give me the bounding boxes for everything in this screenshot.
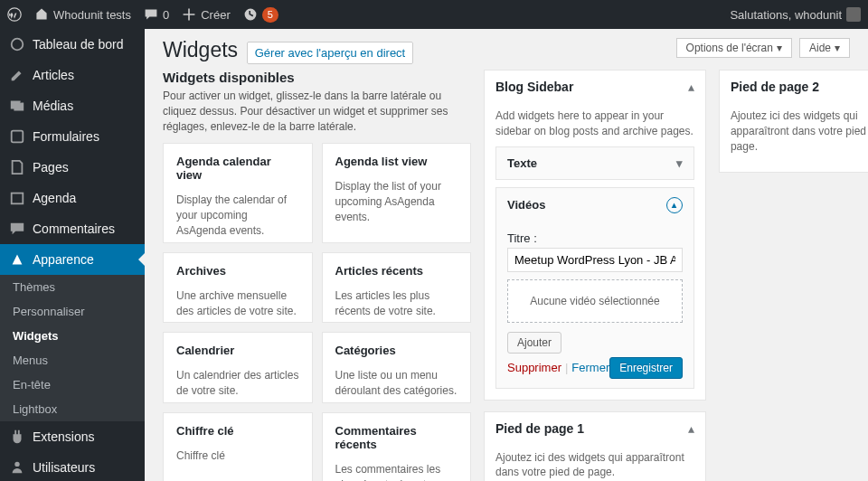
blog-sidebar-area: Blog Sidebar ▴ Add widgets here to appea… xyxy=(484,70,706,401)
available-widget[interactable]: Agenda list viewDisplay the list of your… xyxy=(322,143,472,242)
submenu-menus[interactable]: Menus xyxy=(0,348,145,373)
avatar xyxy=(846,7,861,22)
help-button[interactable]: Aide ▾ xyxy=(799,38,850,58)
chevron-up-icon: ▴ xyxy=(688,80,694,94)
available-widget-desc: Display the calendar of your upcoming As… xyxy=(164,193,312,241)
new-content-label: Créer xyxy=(201,8,231,22)
comments-count: 0 xyxy=(163,8,169,22)
menu-forms[interactable]: Formulaires xyxy=(0,121,145,152)
site-name[interactable]: Whodunit tests xyxy=(34,7,131,22)
screen-options-button[interactable]: Options de l'écran ▾ xyxy=(676,38,792,58)
menu-posts-label: Articles xyxy=(33,68,74,82)
add-video-button[interactable]: Ajouter xyxy=(507,332,561,354)
footer1-area: Pied de page 1 ▴ Ajoutez ici des widgets… xyxy=(484,411,706,481)
comments-bubble[interactable]: 0 xyxy=(144,7,169,22)
menu-comments[interactable]: Commentaires xyxy=(0,213,145,244)
wp-logo[interactable] xyxy=(7,7,22,22)
live-preview-link[interactable]: Gérer avec l'aperçu en direct xyxy=(247,42,414,64)
widget-text-title: Texte xyxy=(507,156,537,170)
available-widget-title: Catégories xyxy=(323,333,471,368)
close-link[interactable]: Fermer xyxy=(571,361,609,374)
submenu-widgets[interactable]: Widgets xyxy=(0,324,145,348)
footer1-head[interactable]: Pied de page 1 ▴ xyxy=(485,412,705,445)
video-title-input[interactable] xyxy=(507,248,683,272)
available-widget[interactable]: Commentaires récentsLes commentaires les… xyxy=(322,412,472,481)
submenu-lightbox[interactable]: Lightbox xyxy=(0,397,145,421)
widget-video-title: Vidéos xyxy=(507,198,545,212)
menu-appearance-label: Apparence xyxy=(33,252,94,267)
admin-menu: Tableau de bord Articles Médias Formulai… xyxy=(0,29,145,481)
widget-text: Texte▾ xyxy=(495,146,694,180)
svg-rect-2 xyxy=(12,131,24,143)
menu-users-label: Utilisateurs xyxy=(33,460,95,475)
available-widget-desc: Les articles les plus récents de votre s… xyxy=(323,288,471,323)
available-widget-title: Commentaires récents xyxy=(323,413,471,462)
available-widget[interactable]: ArchivesUne archive mensuelle des articl… xyxy=(163,252,313,324)
available-widget-title: Agenda calendar view xyxy=(164,144,312,193)
menu-users[interactable]: Utilisateurs xyxy=(0,452,145,481)
footer2-head[interactable]: Pied de page 2 ▴ xyxy=(720,71,868,103)
available-widget[interactable]: Articles récentsLes articles les plus ré… xyxy=(322,252,472,324)
menu-dashboard[interactable]: Tableau de bord xyxy=(0,29,145,60)
available-widget-title: Agenda list view xyxy=(323,144,471,179)
available-widget-desc: Chiffre clé xyxy=(164,448,312,467)
video-title-label: Titre : xyxy=(507,231,537,245)
footer1-desc: Ajoutez ici des widgets qui apparaîtront… xyxy=(495,450,694,481)
blog-sidebar-desc: Add widgets here to appear in your sideb… xyxy=(495,108,694,139)
user-greeting[interactable]: Salutations, whodunit xyxy=(730,7,861,22)
available-widget[interactable]: Agenda calendar viewDisplay the calendar… xyxy=(163,143,313,242)
available-widget-desc: Display the list of your upcoming AsAgen… xyxy=(323,179,471,228)
appearance-submenu: Thèmes Personnaliser Widgets Menus En-tê… xyxy=(0,275,145,421)
widget-video-head[interactable]: Vidéos▴ xyxy=(496,188,693,222)
widget-text-head[interactable]: Texte▾ xyxy=(496,147,693,179)
svg-point-4 xyxy=(14,462,19,467)
chevron-down-icon: ▾ xyxy=(777,42,782,54)
menu-media[interactable]: Médias xyxy=(0,90,145,121)
save-button[interactable]: Enregistrer xyxy=(609,357,683,379)
available-title: Widgets disponibles xyxy=(163,70,471,85)
blog-sidebar-head[interactable]: Blog Sidebar ▴ xyxy=(485,71,705,103)
menu-agenda[interactable]: Agenda xyxy=(0,183,145,213)
updates-count: 5 xyxy=(262,7,278,23)
menu-comments-label: Commentaires xyxy=(33,222,115,236)
available-widget-title: Chiffre clé xyxy=(164,413,312,448)
greeting-label: Salutations, whodunit xyxy=(730,8,842,22)
available-widget-title: Articles récents xyxy=(323,253,471,288)
submenu-customize[interactable]: Personnaliser xyxy=(0,299,145,324)
menu-pages-label: Pages xyxy=(33,160,69,174)
svg-rect-3 xyxy=(12,193,24,204)
screen-options-label: Options de l'écran xyxy=(686,42,773,54)
menu-forms-label: Formulaires xyxy=(33,129,99,144)
menu-pages[interactable]: Pages xyxy=(0,152,145,183)
available-widgets-column: Widgets disponibles Pour activer un widg… xyxy=(163,70,471,481)
menu-agenda-label: Agenda xyxy=(33,191,76,205)
chevron-up-icon: ▴ xyxy=(688,421,694,436)
menu-posts[interactable]: Articles xyxy=(0,60,145,90)
chevron-down-icon: ▾ xyxy=(835,42,840,54)
updates-bubble[interactable]: 5 xyxy=(243,7,278,23)
footer2-area: Pied de page 2 ▴ Ajoutez ici des widgets… xyxy=(719,70,868,173)
available-widget[interactable]: CatégoriesUne liste ou un menu déroulant… xyxy=(322,332,472,403)
video-dropzone[interactable]: Aucune vidéo sélectionnée xyxy=(507,279,683,323)
admin-toolbar: Whodunit tests 0 Créer 5 Salutations, wh… xyxy=(0,0,868,29)
available-widget[interactable]: CalendrierUn calendrier des articles de … xyxy=(163,332,313,403)
available-widget-desc: Les commentaires les plus récents de vot… xyxy=(323,462,471,481)
footer2-title: Pied de page 2 xyxy=(731,80,819,94)
collapse-toggle-icon[interactable]: ▴ xyxy=(666,197,683,213)
available-widget[interactable]: Chiffre cléChiffre clé xyxy=(163,412,313,481)
submenu-themes[interactable]: Thèmes xyxy=(0,275,145,299)
new-content[interactable]: Créer xyxy=(182,7,231,22)
delete-link[interactable]: Supprimer xyxy=(507,361,561,374)
site-name-label: Whodunit tests xyxy=(53,8,131,22)
help-label: Aide xyxy=(809,42,831,54)
page-title: Widgets xyxy=(163,38,238,61)
main-content: Widgets Gérer avec l'aperçu en direct Op… xyxy=(145,29,868,481)
menu-plugins-label: Extensions xyxy=(33,429,94,444)
footer2-desc: Ajoutez ici des widgets qui apparaîtront… xyxy=(731,108,868,154)
menu-appearance[interactable]: Apparence xyxy=(0,244,145,275)
blog-sidebar-title: Blog Sidebar xyxy=(495,80,573,94)
available-help: Pour activer un widget, glissez-le dans … xyxy=(163,89,471,134)
submenu-header[interactable]: En-tête xyxy=(0,373,145,397)
menu-plugins[interactable]: Extensions xyxy=(0,421,145,452)
available-widget-desc: Un calendrier des articles de votre site… xyxy=(164,368,312,402)
